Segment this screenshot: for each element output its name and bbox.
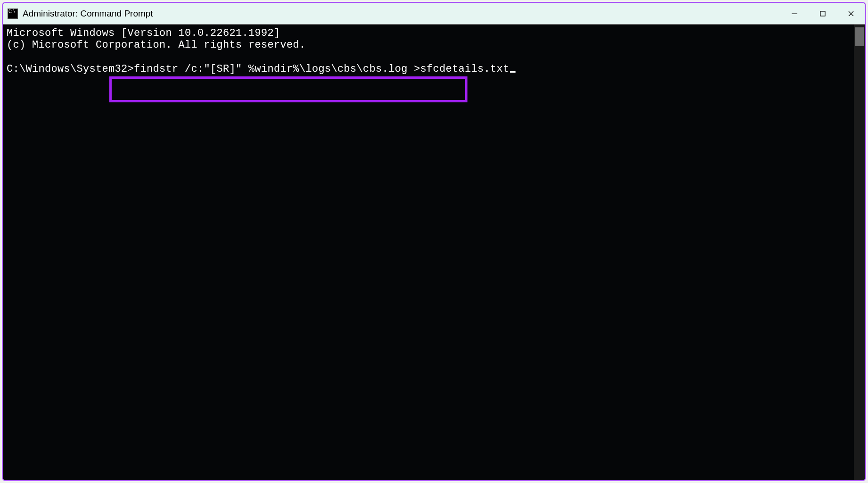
minimize-button[interactable] — [780, 3, 809, 24]
terminal-header-line-2: (c) Microsoft Corporation. All rights re… — [7, 39, 861, 51]
close-button[interactable] — [837, 3, 865, 24]
vertical-scrollbar[interactable] — [854, 25, 865, 480]
cmd-icon — [8, 8, 18, 19]
command-input[interactable]: findstr /c:"[SR]" %windir%\logs\cbs\cbs.… — [134, 63, 509, 75]
svg-rect-1 — [820, 11, 825, 16]
window-titlebar[interactable]: Administrator: Command Prompt — [3, 3, 865, 25]
prompt-path: C:\Windows\System32> — [7, 63, 134, 75]
text-cursor — [510, 71, 516, 73]
command-prompt-window: Administrator: Command Prompt Microsoft — [2, 2, 866, 481]
maximize-icon — [819, 10, 826, 17]
window-title: Administrator: Command Prompt — [23, 8, 780, 19]
terminal-header-line-1: Microsoft Windows [Version 10.0.22621.19… — [7, 27, 861, 39]
scrollbar-thumb[interactable] — [855, 27, 864, 46]
window-controls — [780, 3, 865, 24]
terminal-output-area[interactable]: Microsoft Windows [Version 10.0.22621.19… — [3, 25, 865, 480]
prompt-line: C:\Windows\System32>findstr /c:"[SR]" %w… — [7, 63, 516, 75]
maximize-button[interactable] — [809, 3, 837, 24]
close-icon — [848, 10, 854, 17]
minimize-icon — [791, 10, 798, 17]
blank-line — [7, 51, 861, 63]
annotation-highlight-box — [109, 76, 467, 102]
